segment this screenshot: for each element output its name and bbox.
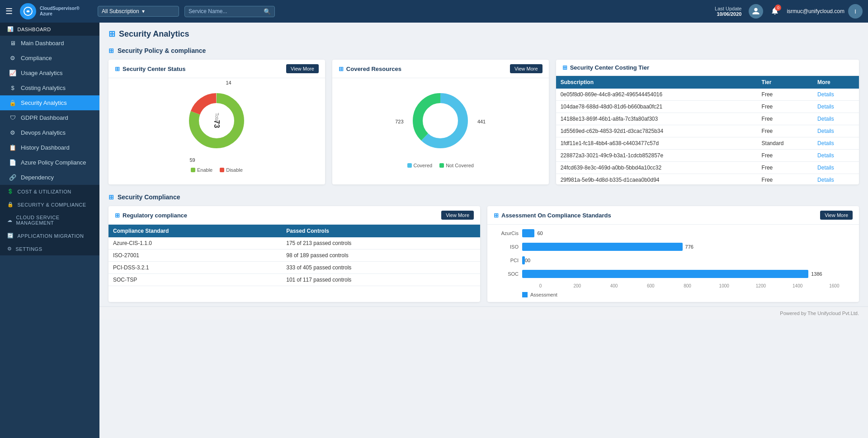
sidebar-item-usage-analytics[interactable]: 📈Usage Analytics	[0, 66, 99, 80]
sidebar-section-security-compliance[interactable]: 🔒Security & Compliance	[0, 198, 99, 211]
section-icon-policy: ⊞	[108, 47, 114, 54]
table-row: 0e05f8d0-869e-44c8-a962-496544454016 Fre…	[556, 89, 859, 101]
reg-passed: 101 of 117 passed controls	[282, 274, 480, 286]
subscription-label: All Subscription	[102, 8, 139, 14]
card-icon-status: ⊞	[115, 66, 120, 72]
bar-inner-azurcis	[522, 229, 534, 237]
regulatory-table: Compliance Standard Passed Controls Azur…	[108, 225, 480, 286]
app-logo: CloudSupervisor® Azure	[20, 3, 92, 19]
tier-details-link[interactable]: Details	[813, 162, 859, 174]
main-content: ⊞ Security Analytics ⊞ Security Policy &…	[99, 23, 868, 438]
tier-details-link[interactable]: Details	[813, 113, 859, 125]
sidebar-item-devops-analytics[interactable]: ⚙Devops Analytics	[0, 125, 99, 140]
donut-legend-covered: Covered Not Covered	[407, 163, 474, 168]
tier-table-scroll[interactable]: Subscription Tier More 0e05f8d0-869e-44c…	[556, 76, 859, 184]
sidebar-item-main-dashboard[interactable]: 🖥Main Dashboard	[0, 36, 99, 51]
tier-tier: Free	[757, 150, 813, 162]
dashboard-icon: 📊	[7, 26, 14, 32]
sidebar-item-security-analytics[interactable]: 🔒Security Analytics	[0, 95, 99, 110]
bar-row-pci: PCI 00	[494, 256, 853, 264]
bar-outer-pci: 00	[522, 256, 853, 264]
user-icon[interactable]	[749, 4, 763, 19]
sidebar-items: 🖥Main Dashboard⚙Compliance📈Usage Analyti…	[0, 36, 99, 185]
reg-standard: ISO-27001	[108, 250, 282, 262]
search-icon: 🔍	[264, 8, 271, 15]
sidebar-icon-azure-policy: 📄	[9, 159, 16, 166]
axis-label: 0	[522, 283, 559, 288]
sidebar-item-azure-policy[interactable]: 📄Azure Policy Compliance	[0, 155, 99, 170]
donut-value-top: 14	[226, 80, 231, 85]
tier-tier: Free	[757, 174, 813, 185]
bar-value-iso: 776	[685, 244, 693, 250]
view-more-status-button[interactable]: View More	[286, 64, 319, 73]
logo-icon	[20, 3, 36, 19]
sidebar-item-dependency[interactable]: 🔗Dependency	[0, 170, 99, 185]
tier-details-link[interactable]: Details	[813, 89, 859, 101]
sidebar-icon-gdpr-dashboard: 🛡	[9, 114, 16, 121]
regulatory-compliance-card: ⊞ Regulatory compliance View More Compli…	[108, 206, 480, 302]
chart-axis: 02004006008001000120014001600	[494, 283, 853, 288]
reg-passed: 333 of 405 passed controls	[282, 262, 480, 274]
subscription-dropdown[interactable]: All Subscription ▾	[98, 6, 179, 17]
card-header-regulatory: ⊞ Regulatory compliance View More	[108, 206, 480, 225]
sidebar-section-app-migration[interactable]: 🔄Application Migration	[0, 229, 99, 242]
service-search-input[interactable]	[189, 8, 264, 14]
sidebar-item-history-dashboard[interactable]: 📋History Dashboard	[0, 140, 99, 155]
bar-row-soc: SOC 1386	[494, 270, 853, 278]
username-label: isrmuc@unifycloud.com	[787, 8, 844, 14]
service-search-box[interactable]: 🔍	[184, 6, 275, 17]
tier-tier: Free	[757, 113, 813, 125]
sidebar-icon-security-analytics: 🔒	[9, 99, 16, 106]
chart-legend-label: Assessment	[530, 292, 557, 297]
view-more-covered-button[interactable]: View More	[510, 64, 542, 73]
tier-details-link[interactable]: Details	[813, 101, 859, 113]
tier-details-link[interactable]: Details	[813, 137, 859, 150]
sidebar-item-compliance[interactable]: ⚙Compliance	[0, 51, 99, 66]
reg-passed: 98 of 189 passed controls	[282, 250, 480, 262]
sidebar-item-costing-analytics[interactable]: $Costing Analytics	[0, 80, 99, 95]
tier-details-link[interactable]: Details	[813, 125, 859, 137]
sidebar-section-dashboard[interactable]: 📊 Dashboard	[0, 23, 99, 36]
axis-label: 600	[632, 283, 669, 288]
card-header-tier: ⊞ Security Center Costing Tier	[556, 60, 859, 76]
user-profile[interactable]: isrmuc@unifycloud.com I	[787, 4, 863, 19]
bar-label-iso: ISO	[494, 244, 519, 250]
hamburger-icon[interactable]: ☰	[5, 6, 13, 16]
notification-bell[interactable]: 0	[770, 6, 779, 17]
tier-details-link[interactable]: Details	[813, 150, 859, 162]
tier-table: Subscription Tier More 0e05f8d0-869e-44c…	[556, 76, 859, 184]
sidebar-label-azure-policy: Azure Policy Compliance	[21, 159, 86, 166]
bar-label-soc: SOC	[494, 271, 519, 277]
sidebar-section-label-cloud-service: Cloud Service Management	[16, 215, 93, 226]
sidebar-section-cost-utilization[interactable]: 💲Cost & Utilization	[0, 185, 99, 198]
covered-resources-card: ⊞ Covered Resources View More 723	[332, 60, 549, 184]
axis-label: 400	[595, 283, 632, 288]
sidebar-label-security-analytics: Security Analytics	[21, 99, 67, 106]
legend-not-covered: Not Covered	[439, 163, 474, 168]
axis-label: 1400	[779, 283, 816, 288]
bar-inner-iso	[522, 243, 683, 251]
bar-outer-iso: 776	[522, 243, 853, 251]
view-more-regulatory-button[interactable]: View More	[441, 211, 474, 220]
table-row: SOC-TSP 101 of 117 passed controls	[108, 274, 480, 286]
tier-details-link[interactable]: Details	[813, 174, 859, 185]
legend-dot-enable	[191, 168, 195, 172]
security-compliance-section: ⊞ Security Compliance ⊞ Regulatory compl…	[99, 189, 868, 306]
axis-label: 1600	[816, 283, 853, 288]
top-navigation: ☰ CloudSupervisor® Azure All Subscriptio…	[0, 0, 868, 23]
view-more-assessment-button[interactable]: View More	[820, 211, 853, 220]
donut-legend-status: Enable Disable	[191, 167, 243, 173]
security-center-status-card: ⊞ Security Center Status View More 14	[108, 60, 325, 184]
sidebar-section-cloud-service[interactable]: ☁Cloud Service Management	[0, 211, 99, 229]
compliance-cards-row: ⊞ Regulatory compliance View More Compli…	[108, 206, 859, 302]
sidebar-icon-dependency: 🔗	[9, 174, 16, 181]
sidebar-section-settings[interactable]: ⚙Settings	[0, 242, 99, 255]
tier-subscription: 1d5569ed-c62b-4853-92d1-d3cac7825b34	[556, 125, 757, 137]
card-icon-assessment: ⊞	[494, 212, 499, 219]
sidebar-item-gdpr-dashboard[interactable]: 🛡GDPR Dashboard	[0, 110, 99, 125]
axis-label: 1200	[742, 283, 779, 288]
bar-outer-azurcis: 60	[522, 229, 853, 237]
bar-row-iso: ISO 776	[494, 243, 853, 251]
chart-legend-dot	[522, 292, 528, 297]
top-nav-right: Last Update 10/06/2020 0 isrmuc@unifyclo…	[715, 4, 863, 19]
